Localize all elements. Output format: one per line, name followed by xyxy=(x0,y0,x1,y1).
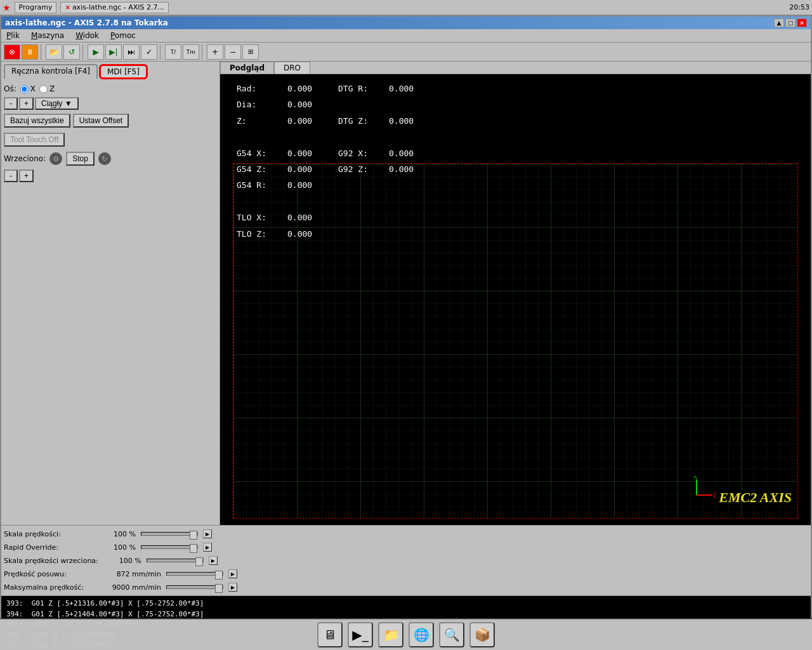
open-button[interactable]: 📂 xyxy=(46,44,62,60)
spindle-plus-button[interactable]: + xyxy=(19,169,34,182)
g54x-val: 0.000 xyxy=(284,145,334,161)
axis-z-radio[interactable]: Z xyxy=(39,84,55,93)
step-button[interactable]: ⏭ xyxy=(123,44,140,60)
speed-max-btn[interactable]: ▶ xyxy=(203,529,212,538)
title-controls: ▲ □ × xyxy=(774,18,807,27)
axis-x-radio[interactable]: X xyxy=(20,84,36,93)
menu-plik[interactable]: Plik xyxy=(4,30,22,41)
maxspeed-val: 9000 mm/min xyxy=(98,583,161,592)
spindle-speed-row: Skala prędkości wrzeciona: 100 % ▶ xyxy=(4,554,808,567)
tab-dro[interactable]: DRO xyxy=(274,62,310,74)
taskbar-folder-icon[interactable]: 📁 xyxy=(378,622,403,647)
run-button[interactable]: ▶ xyxy=(88,44,104,60)
stop-button[interactable]: Stop xyxy=(66,152,95,166)
menu-widok[interactable]: Widok xyxy=(73,30,102,41)
dia-val: 0.000 xyxy=(284,96,334,112)
minimize-button[interactable]: ▲ xyxy=(774,18,784,27)
pause-button[interactable]: ⏸ xyxy=(22,44,38,60)
offset-button[interactable]: Ustaw Offset xyxy=(73,114,129,128)
estop-button[interactable]: ⊗ xyxy=(4,44,20,60)
toolbar: ⊗ ⏸ 📂 ↺ ▶ ▶| ⏭ ✓ T/ Tm + − ⊞ xyxy=(1,43,811,62)
tab-mdi[interactable]: MDI [F5] xyxy=(99,64,148,79)
run-from-button[interactable]: ▶| xyxy=(105,44,122,60)
spindle-icon: ⚙ xyxy=(49,152,62,165)
spindle-row: Wrzeciono: ⚙ Stop ↻ xyxy=(4,152,217,166)
rapid-val: 100 % xyxy=(98,543,136,552)
taskbar-files-icon[interactable]: 🖥 xyxy=(317,622,343,647)
left-panel: Ręczna kontrola [F4] MDI [F5] Oś: X Z - … xyxy=(1,62,220,525)
maxspeed-label: Maksymalna prędkość: xyxy=(4,583,93,592)
spindle-speed-slider[interactable] xyxy=(147,559,204,562)
jog-mode-dropdown[interactable]: Ciągły ▼ xyxy=(35,97,79,110)
rapid-slider[interactable] xyxy=(141,545,198,549)
axis-label: axis-lathe.ngc - AXIS 2.7... xyxy=(72,3,164,11)
verify-button[interactable]: ✓ xyxy=(141,44,157,60)
taskbar-manager-icon[interactable]: 📦 xyxy=(469,622,495,647)
maxspeed-slider[interactable] xyxy=(166,585,223,589)
programy-label: Programy xyxy=(19,3,53,11)
right-panel: Podgląd DRO Rad: 0.000 DTG R: 0.000 xyxy=(220,62,811,525)
menu-bar: Plik Maszyna Widok Pomoc xyxy=(1,29,811,43)
svg-text:X: X xyxy=(693,476,697,480)
programy-taskbtn[interactable]: Programy xyxy=(15,2,57,13)
spindle-override-row: - + xyxy=(4,169,217,182)
taskbar-web-icon[interactable]: 🌐 xyxy=(409,622,434,647)
toolbar-sep2 xyxy=(82,44,85,60)
axis-x-input[interactable] xyxy=(20,85,29,93)
taskbar-top: ★ Programy × axis-lathe.ngc - AXIS 2.7..… xyxy=(0,0,812,15)
speed-val: 100 % xyxy=(98,530,136,538)
toolbar-sep4 xyxy=(202,44,204,60)
g92x-label: G92 X: xyxy=(334,145,385,161)
fit-button[interactable]: ⊞ xyxy=(242,44,259,60)
spindle-minus-button[interactable]: - xyxy=(4,169,18,182)
taskbar-terminal-icon[interactable]: ▶_ xyxy=(348,622,373,647)
menu-maszyna[interactable]: Maszyna xyxy=(29,30,67,41)
touchm-button[interactable]: Tm xyxy=(183,44,199,60)
menu-pomoc[interactable]: Pomoc xyxy=(108,30,138,41)
rad-val: 0.000 xyxy=(284,81,334,96)
canvas-preview xyxy=(233,163,798,519)
jog-row: - + Ciągły ▼ xyxy=(4,97,217,110)
close-button[interactable]: × xyxy=(797,18,807,27)
bazuj-button[interactable]: Bazuj wszystkie xyxy=(4,114,70,128)
maximize-button[interactable]: □ xyxy=(785,18,796,27)
maxspeed-row: Maksymalna prędkość: 9000 mm/min ▶ xyxy=(4,581,808,594)
feed-max-btn[interactable]: ▶ xyxy=(228,569,237,578)
reload-button[interactable]: ↺ xyxy=(63,44,80,60)
plus-button[interactable]: + xyxy=(207,44,223,60)
axis-close-icon: × xyxy=(65,4,70,11)
maxspeed-max-btn[interactable]: ▶ xyxy=(228,583,237,592)
spindle-speed-max-btn[interactable]: ▶ xyxy=(209,556,218,565)
axis-row: Oś: X Z xyxy=(4,84,217,93)
feed-label: Prędkość posuwu: xyxy=(4,570,93,578)
jog-minus-button[interactable]: - xyxy=(4,97,18,110)
taskbar-search-icon[interactable]: 🔍 xyxy=(439,622,464,647)
axis-taskbtn[interactable]: × axis-lathe.ngc - AXIS 2.7... xyxy=(60,2,168,13)
tab-manual-control[interactable]: Ręczna kontrola [F4] xyxy=(4,64,98,79)
speed-slider[interactable] xyxy=(141,532,198,536)
feed-row: Prędkość posuwu: 872 mm/min ▶ xyxy=(4,567,808,580)
jog-plus-button[interactable]: + xyxy=(19,97,34,110)
main-window: axis-lathe.ngc - AXIS 2.7.8 na Tokarka ▲… xyxy=(0,15,812,618)
rapid-max-btn[interactable]: ▶ xyxy=(203,543,212,552)
right-tabs: Podgląd DRO xyxy=(220,62,811,74)
tool-touch-off-button[interactable]: Tool Touch Off xyxy=(4,133,65,147)
touch-off-row: Tool Touch Off xyxy=(4,133,217,147)
touch-button[interactable]: T/ xyxy=(165,44,181,60)
clock: 20:53 xyxy=(789,3,809,11)
tab-podglad[interactable]: Podgląd xyxy=(220,62,274,74)
svg-rect-1 xyxy=(233,164,797,518)
jog-mode-label: Ciągły xyxy=(41,99,62,108)
dia-label: Dia: xyxy=(233,96,284,112)
axis-z-input[interactable] xyxy=(39,85,48,93)
svg-text:Z: Z xyxy=(713,492,716,499)
minus-button[interactable]: − xyxy=(225,44,241,60)
axis-svg: Z X xyxy=(678,476,716,514)
axis-x-label: X xyxy=(30,84,36,93)
toolbar-sep1 xyxy=(41,44,43,60)
z-label: Z: xyxy=(233,113,284,129)
axis-z-label: Z xyxy=(49,84,55,93)
rad-label: Rad: xyxy=(233,81,284,96)
feed-slider[interactable] xyxy=(166,572,223,576)
status-bars: Skala prędkości: 100 % ▶ Rapid Override:… xyxy=(1,525,811,595)
